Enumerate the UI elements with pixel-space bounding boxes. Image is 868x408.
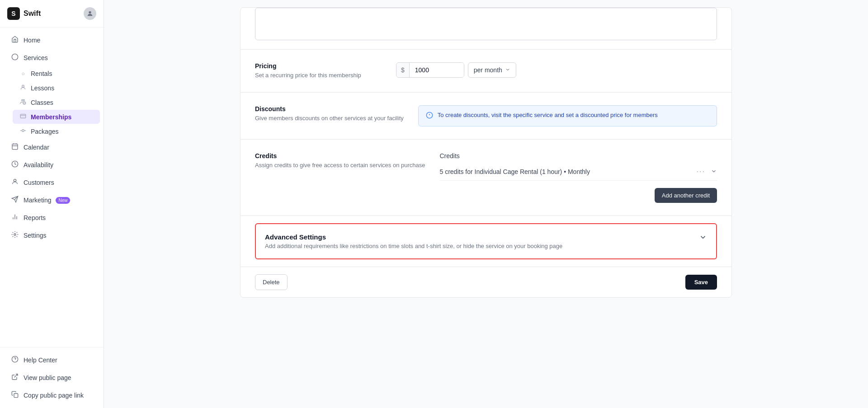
svg-rect-11 (12, 144, 18, 150)
view-public-page-label: View public page (24, 374, 71, 381)
sidebar-item-packages[interactable]: Packages (13, 124, 100, 138)
sidebar-item-availability[interactable]: Availability (4, 156, 100, 174)
footer-actions: Delete Save (241, 267, 731, 297)
copy-link-icon (11, 391, 19, 400)
description-textarea[interactable] (255, 8, 717, 40)
price-input[interactable] (410, 63, 464, 77)
sidebar-item-home-label: Home (24, 37, 40, 44)
sidebar-item-lessons[interactable]: Lessons (13, 81, 100, 95)
svg-point-1 (12, 54, 18, 60)
credits-title: Credits (255, 152, 425, 159)
add-another-credit-button[interactable]: Add another credit (655, 188, 717, 203)
settings-icon (11, 231, 19, 240)
currency-symbol: $ (396, 63, 410, 77)
add-credit-btn-wrapper: Add another credit (439, 188, 717, 203)
sidebar-item-rentals-label: Rentals (31, 70, 52, 77)
credit-row: 5 credits for Individual Cage Rental (1 … (439, 163, 717, 181)
sidebar-item-view-public-page[interactable]: View public page (4, 369, 100, 386)
credits-section: Credits Assign credits to give free acce… (241, 140, 731, 216)
sidebar-item-calendar-label: Calendar (24, 144, 49, 151)
sidebar-item-rentals[interactable]: ○ Rentals (13, 67, 100, 80)
delete-button[interactable]: Delete (255, 274, 288, 290)
svg-point-22 (14, 234, 16, 235)
sidebar-item-lessons-label: Lessons (31, 84, 54, 92)
marketing-badge: New (56, 197, 70, 204)
availability-icon (11, 160, 19, 169)
sidebar-item-services-label: Services (24, 54, 48, 61)
memberships-icon (20, 113, 26, 121)
customers-icon (11, 178, 19, 187)
help-center-label: Help Center (24, 356, 57, 364)
info-icon (426, 112, 433, 121)
sidebar-item-reports-label: Reports (24, 214, 46, 221)
price-input-wrapper: $ (396, 62, 464, 78)
credit-more-options-button[interactable]: ··· (697, 168, 705, 176)
services-icon (11, 53, 19, 62)
main-content: Pricing Set a recurring price for this m… (104, 0, 868, 408)
sidebar-item-services[interactable]: Services (4, 49, 100, 66)
home-icon (11, 36, 19, 45)
credits-description: Assign credits to give free access to ce… (255, 161, 425, 169)
sidebar-item-help-center[interactable]: Help Center (4, 352, 100, 369)
sidebar-item-memberships[interactable]: Memberships (13, 110, 100, 124)
pricing-controls: $ per month (396, 62, 516, 78)
sidebar-item-reports[interactable]: Reports (4, 209, 100, 226)
save-button[interactable]: Save (685, 275, 717, 290)
logo-text: Swift (24, 9, 41, 18)
logo-brand: S Swift (7, 7, 41, 20)
pricing-label-group: Pricing Set a recurring price for this m… (255, 62, 382, 80)
discounts-label-group: Discounts Give members discounts on othe… (255, 105, 404, 122)
sidebar-item-settings-label: Settings (24, 232, 47, 239)
rentals-icon: ○ (20, 70, 26, 77)
svg-point-0 (89, 11, 91, 14)
sidebar-item-classes-label: Classes (31, 99, 53, 106)
credits-header: Credits (439, 152, 717, 159)
packages-icon (20, 127, 26, 135)
marketing-icon (11, 196, 19, 205)
sidebar-item-memberships-label: Memberships (31, 113, 71, 121)
pricing-description: Set a recurring price for this membershi… (255, 71, 382, 80)
credit-expand-button[interactable] (711, 168, 717, 176)
discounts-description: Give members discounts on other services… (255, 114, 404, 122)
period-dropdown[interactable]: per month (468, 62, 516, 78)
copy-public-page-link-label: Copy public page link (24, 392, 84, 399)
discounts-section: Discounts Give members discounts on othe… (241, 93, 731, 140)
help-icon (11, 356, 19, 365)
sidebar: S Swift Home Services ○ Rentals (0, 0, 104, 408)
page-card: Pricing Set a recurring price for this m… (240, 7, 732, 298)
discount-info-box: To create discounts, visit the specific … (418, 105, 717, 127)
svg-rect-6 (20, 114, 26, 118)
credit-item-text: 5 credits for Individual Cage Rental (1 … (439, 168, 590, 175)
sidebar-item-customers[interactable]: Customers (4, 174, 100, 191)
advanced-text-group: Advanced Settings Add additional require… (265, 233, 562, 249)
sidebar-item-home[interactable]: Home (4, 32, 100, 49)
sidebar-item-copy-public-page-link[interactable]: Copy public page link (4, 387, 100, 404)
advanced-title: Advanced Settings (265, 233, 562, 241)
discount-info-text: To create discounts, visit the specific … (438, 111, 658, 119)
sidebar-item-settings[interactable]: Settings (4, 227, 100, 244)
sidebar-item-customers-label: Customers (24, 179, 54, 186)
credits-right: Credits 5 credits for Individual Cage Re… (439, 152, 717, 203)
sidebar-item-classes[interactable]: Classes (13, 95, 100, 109)
sub-nav: ○ Rentals Lessons Classes Memberships (0, 67, 104, 138)
content-wrapper: Pricing Set a recurring price for this m… (233, 7, 739, 298)
sidebar-item-availability-label: Availability (24, 161, 53, 169)
svg-rect-26 (14, 394, 18, 398)
reports-icon (11, 213, 19, 222)
sidebar-header: S Swift (0, 0, 104, 28)
chevron-down-icon (505, 66, 510, 74)
period-label: per month (474, 66, 502, 74)
sidebar-item-marketing-label: Marketing (24, 197, 51, 204)
svg-point-8 (22, 130, 24, 132)
external-link-icon (11, 373, 19, 382)
sidebar-item-marketing[interactable]: Marketing New (4, 192, 100, 209)
advanced-settings-section[interactable]: Advanced Settings Add additional require… (255, 223, 717, 259)
avatar[interactable] (84, 7, 96, 20)
sidebar-item-calendar[interactable]: Calendar (4, 139, 100, 156)
logo-icon: S (7, 7, 20, 20)
sidebar-bottom: Help Center View public page Copy public… (0, 347, 104, 408)
lessons-icon (20, 84, 26, 92)
svg-point-4 (23, 99, 25, 101)
svg-line-25 (14, 374, 18, 377)
svg-point-2 (22, 85, 24, 87)
